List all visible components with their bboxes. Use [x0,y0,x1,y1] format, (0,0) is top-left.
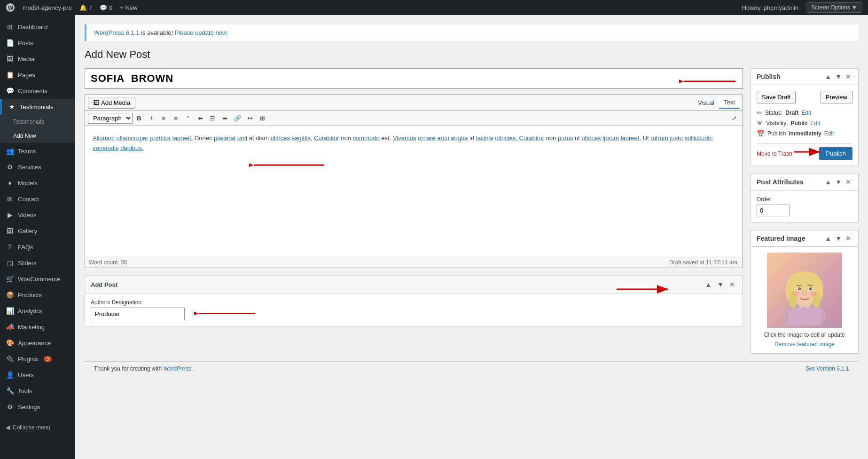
sidebar-item-gallery[interactable]: 🖼 Gallery [0,223,75,239]
publish-collapse-up[interactable]: ▲ [823,72,833,81]
sidebar-item-products[interactable]: 📦 Products [0,287,75,303]
featured-image-thumbnail[interactable] [767,253,842,328]
expand-editor-button[interactable]: ⤢ [728,113,740,123]
sidebar-label-testimonials: Testimonials [20,103,54,111]
sidebar-item-sliders[interactable]: ◫ Sliders [0,255,75,271]
post-title-input[interactable] [85,68,743,89]
remove-featured-image-link[interactable]: Remove featured image [757,341,852,348]
sidebar-label-faqs: FAQs [18,244,33,251]
sidebar-item-models[interactable]: ♦ Models [0,175,75,191]
sidebar-item-analytics[interactable]: 📊 Analytics [0,303,75,319]
sidebar-label-plugins: Plugins [18,356,38,363]
add-media-icon: 🖼 [93,99,99,106]
sidebar-item-posts[interactable]: 📄 Posts [0,35,75,51]
sidebar-item-dashboard[interactable]: ⊞ Dashboard [0,19,75,35]
add-media-button[interactable]: 🖼 Add Media [88,97,135,109]
sidebar-item-plugins[interactable]: 🔌 Plugins 3 [0,351,75,367]
align-center-button[interactable]: ☰ [207,113,218,123]
sidebar-item-pages[interactable]: 📋 Pages [0,67,75,83]
ordered-list-button[interactable]: ≡ [170,113,181,123]
comments-icon: 💬 [6,87,14,95]
save-draft-button[interactable]: Save Draft [757,91,796,103]
sidebar-item-testimonials[interactable]: ★ Testimonials [0,99,75,115]
testimonials-icon: ★ [8,103,16,111]
sidebar-item-woocommerce[interactable]: 🛒 WooCommerce [0,271,75,287]
sidebar-item-services[interactable]: ⚙ Services [0,159,75,175]
sidebar-label-appearance: Appearance [18,340,51,347]
visual-tab[interactable]: Visual [693,97,719,109]
indent-button[interactable]: ↦ [244,113,256,123]
italic-button[interactable]: I [146,113,157,123]
editor-body[interactable]: Aliquam ullamcorper porttitor laoreet. D… [85,126,743,257]
footer-version-link[interactable]: Get Version 6.1.1 [805,365,849,372]
preview-button[interactable]: Preview [821,91,852,103]
publish-timing-edit-link[interactable]: Edit [824,130,834,137]
wp-logo-item[interactable]: W [6,3,15,12]
sidebar-item-contact[interactable]: ✉ Contact [0,191,75,207]
comments-item[interactable]: 💬 0 [100,4,112,11]
move-to-trash-link[interactable]: Move to Trash [757,150,792,157]
sidebar-item-users[interactable]: 👤 Users [0,367,75,383]
media-icon: 🖼 [6,55,14,63]
sidebar-item-marketing[interactable]: 📣 Marketing [0,319,75,335]
collapse-menu-btn[interactable]: ◀ Collapse menu [0,419,75,436]
wp-version-link[interactable]: WordPress 6.1.1 [94,29,140,36]
bold-button[interactable]: B [133,113,145,123]
dashboard-icon: ⊞ [6,23,14,31]
sidebar-label-teams: Teams [18,148,36,155]
sliders-icon: ◫ [6,259,14,267]
sidebar-item-teams[interactable]: 👥 Teams [0,143,75,159]
publish-close[interactable]: ✕ [844,72,852,81]
sidebar-item-tools[interactable]: 🔧 Tools [0,383,75,399]
publish-button[interactable]: Publish [819,147,852,160]
order-input[interactable] [757,205,790,216]
publish-footer: Move to Trash [757,143,852,160]
post-attr-collapse-up[interactable]: ▲ [823,178,833,186]
sidebar-item-faqs[interactable]: ? FAQs [0,239,75,255]
publish-collapse-down[interactable]: ▼ [834,72,843,81]
visibility-edit-link[interactable]: Edit [810,120,820,127]
unordered-list-button[interactable]: ≡ [158,113,169,123]
sidebar-subitem-testimonials-list[interactable]: Testimonials [0,115,75,129]
collapse-up-button[interactable]: ▲ [703,280,713,289]
adminbar-right: Howdy, phpmyadmin Screen Options ▼ [742,2,862,13]
teams-icon: 👥 [6,147,14,155]
new-item[interactable]: + New [120,4,137,11]
text-tab[interactable]: Text [719,97,740,109]
authors-designation-input[interactable] [91,308,185,320]
align-left-button[interactable]: ⬅ [195,113,206,123]
footer-wp-link[interactable]: WordPress [163,365,191,372]
gallery-icon: 🖼 [6,227,14,235]
align-right-button[interactable]: ➡ [219,113,230,123]
update-now-link[interactable]: Please update now. [175,29,228,36]
site-name-item[interactable]: model-agency-pro [23,4,72,11]
screen-options-button[interactable]: Screen Options ▼ [806,2,862,13]
post-attributes-collapse-ctrl: ▲ ▼ ✕ [823,178,852,186]
sidebar-item-media[interactable]: 🖼 Media [0,51,75,67]
collapse-down-button[interactable]: ▼ [715,280,726,289]
sidebar-item-videos[interactable]: ▶ Videos [0,207,75,223]
sidebar-label-videos: Videos [18,212,37,219]
status-edit-link[interactable]: Edit [801,110,811,116]
sidebar-item-appearance[interactable]: 🎨 Appearance [0,335,75,351]
svg-text:W: W [8,5,14,11]
post-attr-collapse-down[interactable]: ▼ [834,178,843,186]
featured-img-collapse-up[interactable]: ▲ [823,234,833,243]
post-attr-close[interactable]: ✕ [844,178,852,186]
close-section-button[interactable]: ✕ [727,280,737,289]
featured-img-close[interactable]: ✕ [844,234,852,243]
add-post-title: Add Post [91,281,117,288]
blockquote-button[interactable]: " [182,113,194,123]
sidebar-subitem-add-new[interactable]: Add New [0,129,75,143]
table-button[interactable]: ⊞ [257,113,268,123]
adminbar-left: W model-agency-pro 🔔 7 💬 0 + New [6,3,137,12]
videos-icon: ▶ [6,211,14,219]
sidebar-item-settings[interactable]: ⚙ Settings [0,399,75,415]
plugins-badge: 3 [44,356,52,362]
link-button[interactable]: 🔗 [231,113,243,123]
notifications-item[interactable]: 🔔 7 [79,4,92,11]
post-attributes-title: Post Attributes [757,178,804,186]
sidebar-item-comments[interactable]: 💬 Comments [0,83,75,99]
paragraph-select[interactable]: Paragraph [88,113,133,124]
featured-img-collapse-down[interactable]: ▼ [834,234,843,243]
